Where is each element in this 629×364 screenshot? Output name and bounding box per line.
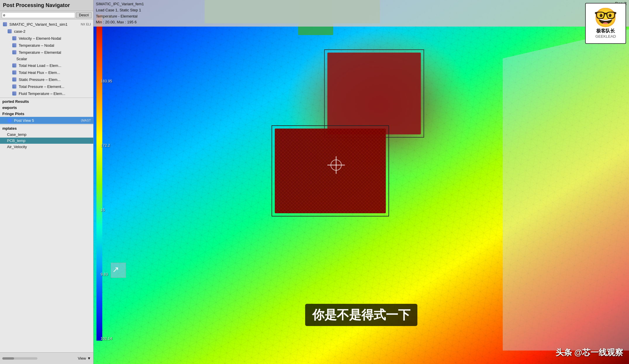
tree-root-item[interactable]: SIMATIC_IPC_Variant_fem1_sim1 NX ELI (0, 21, 93, 28)
temp-nodal-icon (12, 43, 17, 48)
root-icon (2, 22, 8, 27)
header-line4: Min : 20.00, Max : 195 6 (96, 19, 144, 25)
logo-icon: 🤓 (594, 8, 617, 27)
header-line2: Load Case 1, Static Step 1 (96, 7, 144, 13)
tree-scalar-item[interactable]: Scalar (0, 56, 93, 62)
tree-temp-nodal-item[interactable]: Temperature – Nodal (0, 42, 93, 49)
search-bar: Descri (0, 11, 93, 20)
nx-label: NX ELI (81, 22, 91, 26)
tree-heat-flux-item[interactable]: Total Heat Flux – Elem... (0, 69, 93, 76)
scale-val-4: 9.83 (101, 272, 112, 276)
velocity-icon (12, 36, 17, 41)
templates-section: mplates (0, 125, 93, 131)
main-viewport: SIMATIC_IPC_Variant_fem1 Load Case 1, St… (94, 0, 629, 364)
temp-elemental-icon (12, 50, 17, 55)
tree-heat-load-label: Total Heat Load – Elem... (19, 63, 61, 68)
scale-labels: 195.64 183.95 172.2 15 9.83 102.14 (101, 15, 112, 341)
logo-name: 极客队长 (596, 28, 615, 34)
svg-marker-20 (503, 29, 629, 351)
tree-case2-item[interactable]: case-2 (0, 28, 93, 35)
case2-icon (7, 29, 12, 34)
heat-load-icon (12, 63, 17, 68)
watermark-br: 头条 @芯一线观察 (556, 347, 623, 358)
tree-postview5-item[interactable]: Post View 5 (MAST (0, 117, 93, 124)
viewport-header: SIMATIC_IPC_Variant_fem1 Load Case 1, St… (94, 0, 629, 27)
viewports-section: ewports (0, 105, 93, 111)
left-navigator-panel: Post Processing Navigator Descri SIMATIC… (0, 0, 94, 364)
tree-static-pressure-label: Static Pressure – Elem... (19, 77, 61, 82)
scroll-indicator (2, 357, 37, 360)
fringe-plots-section: Fringe Plots (0, 111, 93, 117)
header-line3: Temperature - Elemental (96, 13, 144, 20)
total-pressure-icon (12, 84, 17, 89)
dropdown-arrow-icon: ▼ (87, 356, 91, 360)
tree-case2-label: case-2 (14, 29, 25, 34)
tree-fluid-temp-item[interactable]: Fluid Temperature – Elem... (0, 90, 93, 97)
subtitle-text: 你是不是得式一下 (312, 308, 410, 322)
watermark-text: 头条 @芯一线观察 (556, 348, 623, 357)
divider2 (0, 124, 93, 125)
tree-total-pressure-item[interactable]: Total Pressure – Element... (0, 83, 93, 90)
tree-fluid-temp-label: Fluid Temperature – Elem... (19, 91, 65, 96)
tree-temp-elemental-label: Temperature – Elemental (19, 50, 61, 55)
tree-case-temp-label: Case_temp (7, 132, 26, 137)
logo-box: 🤓 极客队长 GEEKLEAD (585, 3, 626, 44)
viewport-info: SIMATIC_IPC_Variant_fem1 Load Case 1, St… (96, 1, 144, 25)
tree-heat-load-item[interactable]: Total Heat Load – Elem... (0, 62, 93, 69)
descri-button[interactable]: Descri (76, 12, 91, 18)
view-dropdown[interactable]: View ▼ (78, 356, 91, 360)
tree-air-velocity-item[interactable]: Air_Velocity (0, 144, 93, 150)
static-pressure-icon (12, 77, 17, 82)
tree-postview5-label: Post View 5 (14, 118, 34, 123)
scale-val-1: 183.95 (101, 79, 112, 83)
tree-temp-elemental-item[interactable]: Temperature – Elemental (0, 49, 93, 56)
tree-temp-nodal-label: Temperature – Nodal (19, 43, 54, 48)
header-line1: SIMATIC_IPC_Variant_fem1 (96, 1, 144, 7)
tree-container: SIMATIC_IPC_Variant_fem1_sim1 NX ELI cas… (0, 20, 93, 352)
tree-root-label: SIMATIC_IPC_Variant_fem1_sim1 (9, 22, 68, 27)
tree-heat-flux-label: Total Heat Flux – Elem... (19, 70, 60, 75)
fluid-temp-icon (12, 91, 17, 96)
search-input[interactable] (2, 12, 75, 18)
logo-subname: GEEKLEAD (595, 34, 616, 39)
heat-flux-icon (12, 70, 17, 75)
imported-results-section: ported Results (0, 98, 93, 105)
panel-header: Post Processing Navigator (0, 0, 93, 11)
tree-case-temp-item[interactable]: Case_temp (0, 131, 93, 138)
postview5-icon (7, 118, 12, 123)
svg-text:↗: ↗ (112, 265, 119, 274)
tree-velocity-label: Velocity – Element-Nodal (19, 36, 61, 41)
scale-val-3: 15 (101, 208, 112, 212)
tree-scalar-label: Scalar (16, 57, 27, 61)
svg-rect-9 (327, 53, 421, 134)
panel-title: Post Processing Navigator (3, 2, 70, 8)
panel-bottom: View ▼ (0, 352, 93, 364)
tree-velocity-item[interactable]: Velocity – Element-Nodal (0, 35, 93, 42)
tree-static-pressure-item[interactable]: Static Pressure – Elem... (0, 76, 93, 83)
divider1 (0, 98, 93, 98)
tree-air-velocity-label: Air_Velocity (7, 145, 27, 149)
scroll-thumb (2, 357, 14, 360)
subtitle-overlay: 你是不是得式一下 (305, 304, 417, 326)
tree-pcb-temp-item[interactable]: PCB_temp (0, 138, 93, 144)
postview5-suffix: (MAST (81, 119, 91, 122)
view-label: View (78, 356, 86, 360)
tree-pcb-temp-label: PCB_temp (7, 138, 25, 143)
scale-val-5: 102.14 (101, 336, 112, 341)
tree-total-pressure-label: Total Pressure – Element... (19, 84, 64, 89)
svg-rect-15 (275, 129, 386, 213)
scale-val-2: 172.2 (101, 143, 112, 148)
